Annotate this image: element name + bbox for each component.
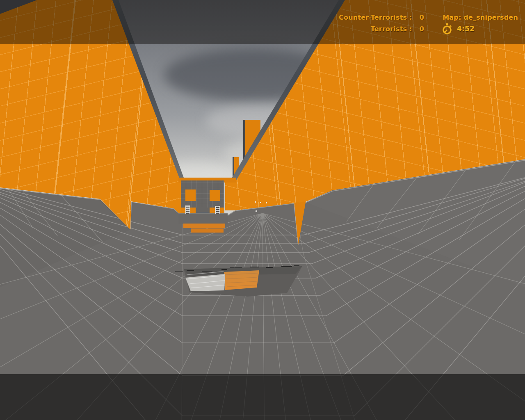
ladder-icon <box>215 206 220 214</box>
ct-label: Counter-Terrorists : <box>339 14 412 21</box>
decal-dot <box>255 201 256 203</box>
stopwatch-icon <box>442 23 452 35</box>
decal-dot <box>266 202 267 203</box>
window-right <box>210 190 220 201</box>
ladder-icon <box>185 205 190 214</box>
t-score: 0 <box>412 25 424 33</box>
water-pit <box>175 266 302 297</box>
ct-score: 0 <box>412 14 424 21</box>
ct-score-line: Counter-Terrorists :0 <box>339 14 424 21</box>
t-label: Terrorists : <box>371 25 412 33</box>
map-name-label: Map: de_snipersden <box>443 14 518 21</box>
grey-notch <box>196 208 210 213</box>
orange-step-upper <box>183 224 225 228</box>
floor-and-ramps <box>0 0 525 420</box>
spectator-bottom-bar <box>0 374 525 420</box>
spectator-top-bar: Counter-Terrorists :0 Terrorists :0 Map:… <box>0 0 525 44</box>
orange-step-lower <box>191 228 224 233</box>
game-viewport[interactable]: Counter-Terrorists :0 Terrorists :0 Map:… <box>0 0 525 420</box>
t-score-line: Terrorists :0 <box>371 25 424 33</box>
decal-dot <box>260 202 261 203</box>
grey-ledge <box>178 213 228 224</box>
decal-dot <box>256 210 257 212</box>
decal-dot-orange <box>256 205 257 206</box>
round-timer: 4:52 <box>457 25 475 33</box>
window-left <box>185 189 196 201</box>
